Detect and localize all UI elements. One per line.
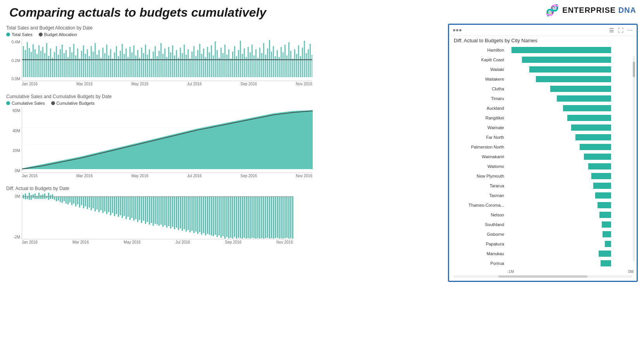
svg-rect-297 [286, 197, 288, 238]
svg-rect-31 [75, 55, 76, 77]
svg-rect-229 [155, 197, 156, 224]
bar-row: Clutha [452, 85, 634, 93]
svg-rect-193 [85, 197, 86, 206]
diff-chart-svg [22, 193, 293, 239]
bar-city-label: Papakura [452, 242, 506, 246]
svg-rect-79 [168, 47, 169, 77]
svg-rect-285 [263, 197, 264, 239]
bar-row: Waimate [452, 123, 634, 132]
x-label-0m: 0M [628, 270, 634, 274]
main-content: Total Sales and Budget Allocation by Dat… [0, 22, 644, 282]
svg-rect-221 [139, 197, 140, 220]
svg-rect-194 [87, 197, 88, 209]
svg-rect-228 [153, 197, 154, 226]
right-scrollbar-track[interactable] [633, 56, 635, 261]
toolbar-dots [453, 29, 461, 31]
svg-rect-227 [151, 197, 152, 223]
svg-rect-275 [244, 197, 245, 238]
svg-rect-68 [147, 55, 148, 77]
svg-rect-50 [112, 59, 113, 77]
svg-rect-204 [106, 197, 107, 214]
svg-rect-174 [48, 193, 49, 200]
bottom-scrollbar[interactable] [454, 275, 632, 278]
svg-rect-211 [120, 197, 121, 215]
svg-rect-4 [23, 46, 24, 77]
svg-rect-274 [242, 197, 243, 239]
logo-area: 🧬 ENTERPRISE DNA [546, 4, 636, 17]
legend-label-cum-sales: Cumulative Sales [12, 101, 45, 105]
bar-row: Far North [452, 133, 634, 142]
bar-fill [591, 173, 611, 179]
hamburger-icon[interactable]: ☰ [609, 27, 614, 33]
more-icon[interactable]: ⋯ [627, 27, 633, 33]
svg-rect-132 [271, 52, 272, 77]
svg-rect-260 [215, 197, 216, 235]
svg-rect-216 [129, 197, 131, 220]
svg-rect-280 [253, 197, 255, 238]
bar-fill [522, 57, 611, 63]
svg-rect-13 [40, 51, 41, 77]
svg-rect-153 [312, 55, 312, 77]
svg-rect-70 [151, 59, 152, 77]
svg-rect-201 [100, 197, 102, 210]
svg-rect-12 [38, 45, 40, 77]
svg-rect-292 [277, 197, 278, 238]
svg-rect-182 [64, 197, 65, 201]
svg-rect-57 [126, 48, 127, 77]
top-chart-y-labels: 0.4M 0.2M 0.0M [6, 38, 20, 81]
bar-city-label: Palmerston North [452, 145, 506, 149]
svg-rect-249 [193, 197, 195, 233]
svg-rect-16 [46, 43, 47, 77]
svg-rect-209 [116, 197, 117, 214]
bar-fill [529, 66, 611, 73]
svg-rect-237 [170, 197, 171, 228]
svg-rect-21 [56, 46, 57, 77]
bar-row: Tararua [452, 182, 634, 190]
svg-rect-259 [213, 197, 214, 236]
svg-rect-76 [162, 54, 164, 77]
svg-rect-196 [91, 197, 92, 210]
diff-chart-y-labels: 0M -2M [6, 193, 20, 239]
svg-rect-65 [141, 48, 142, 77]
right-panel-x-labels: -1M 0M [449, 269, 637, 274]
top-chart-svg [22, 38, 312, 81]
bar-city-label: Waitaki [452, 67, 506, 72]
bar-city-label: Gisborne [452, 232, 506, 237]
svg-rect-80 [170, 52, 171, 77]
diff-chart-canvas [22, 193, 293, 239]
svg-rect-108 [224, 45, 226, 77]
bar-city-label: Tasman [452, 193, 506, 198]
bar-city-label: Waitomo [452, 164, 506, 169]
svg-rect-270 [234, 197, 235, 237]
top-chart-x-labels: Jan 2016 Mar 2016 May 2016 Jul 2016 Sep … [22, 82, 312, 86]
bar-fill [536, 76, 611, 82]
page-title: Comparing actuals to budgets cumulativel… [9, 5, 266, 20]
svg-rect-234 [164, 197, 165, 225]
bar-fill [584, 154, 611, 160]
svg-rect-287 [267, 197, 268, 238]
svg-rect-246 [188, 197, 189, 230]
svg-rect-111 [230, 59, 231, 77]
svg-marker-158 [22, 110, 313, 169]
bar-city-label: Tararua [452, 183, 506, 188]
svg-rect-118 [244, 48, 245, 77]
svg-rect-177 [54, 197, 55, 200]
svg-rect-18 [50, 48, 51, 77]
expand-icon[interactable]: ⛶ [618, 27, 623, 33]
svg-rect-73 [157, 56, 158, 77]
bar-row: Nelson [452, 211, 634, 219]
cumulative-chart-svg [22, 107, 313, 173]
svg-rect-136 [279, 57, 280, 77]
bar-row: Gisborne [452, 230, 634, 239]
svg-rect-24 [62, 45, 63, 77]
svg-rect-152 [310, 44, 311, 77]
toolbar-dot-1 [453, 29, 455, 31]
svg-rect-269 [232, 197, 233, 239]
svg-rect-184 [67, 197, 69, 204]
svg-rect-134 [275, 56, 276, 77]
svg-rect-192 [83, 197, 84, 208]
bar-row: Rangitikei [452, 114, 634, 122]
svg-rect-190 [79, 197, 80, 207]
svg-rect-197 [93, 197, 94, 208]
legend-cumulative-budgets: Cumulative Budgets [51, 101, 95, 105]
